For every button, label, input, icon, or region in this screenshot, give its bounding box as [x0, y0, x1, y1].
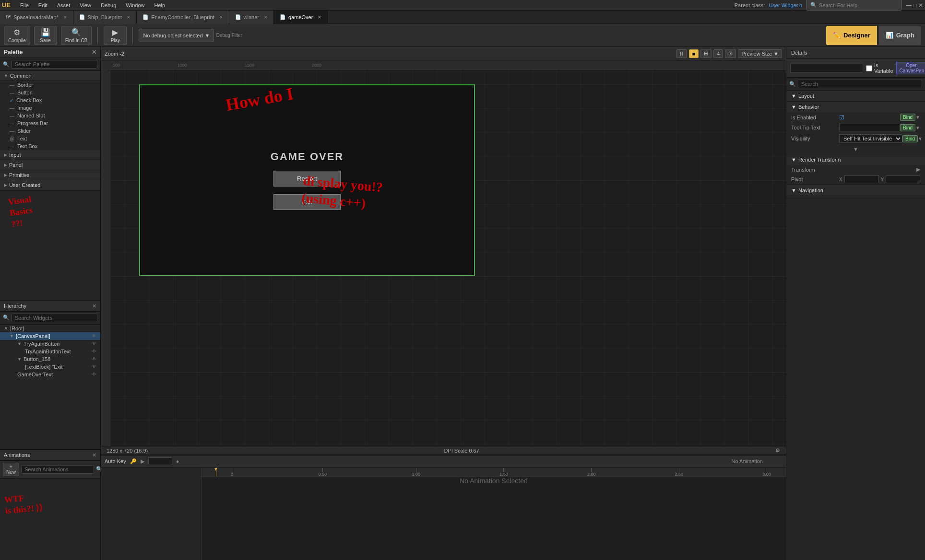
menu-file[interactable]: File	[18, 2, 31, 8]
animations-title: Animations	[4, 452, 30, 458]
hierarchy-root[interactable]: ▼ [Root]	[0, 325, 100, 332]
palette-item-checkbox[interactable]: ✓ Check Box	[0, 96, 100, 104]
palette-user-created-header[interactable]: ▶ User Created	[0, 180, 100, 190]
visibility-eye-icon[interactable]: 👁	[92, 349, 96, 354]
expand-icon[interactable]: ▼	[853, 146, 858, 152]
tab-gameover[interactable]: 📄 gameOver ✕	[274, 11, 328, 24]
designer-button[interactable]: ✏️ Designer	[826, 26, 877, 45]
visibility-eye-icon[interactable]: 👁	[92, 364, 96, 369]
debug-filter-dropdown[interactable]: No debug object selected ▼	[139, 29, 214, 42]
chevron-down-icon[interactable]: ▼	[915, 115, 920, 120]
tab-close[interactable]: ✕	[127, 15, 130, 20]
dash-icon: —	[10, 121, 14, 126]
tab-spaceinvaders[interactable]: 🗺 SpaceInvadraMap* ✕	[0, 11, 73, 24]
details-layout-header[interactable]: ▼ Layout	[786, 91, 925, 101]
details-render-transform-section: ▼ Render Transform Transform ▶ Pivot X 0…	[786, 154, 925, 185]
menu-edit[interactable]: Edit	[36, 2, 49, 8]
new-animation-button[interactable]: + New	[3, 463, 19, 476]
visibility-eye-icon[interactable]: 👁	[92, 341, 96, 346]
find-in-cb-button[interactable]: 🔍 Find in CB	[61, 26, 92, 45]
details-render-transform-header[interactable]: ▼ Render Transform	[786, 154, 925, 165]
canvas-viewport[interactable]: 500 1000 1500 2000 GAME OVER Restart Exi…	[101, 60, 786, 446]
menu-view[interactable]: View	[78, 2, 93, 8]
palette-primitive-header[interactable]: ▶ Primitive	[0, 170, 100, 180]
hierarchy-try-again-button[interactable]: ▼ TryAgainButton 👁	[0, 340, 100, 348]
hierarchy-text-block-exit[interactable]: [TextBlock] "Exit" 👁	[0, 363, 100, 371]
canvas-btn-b[interactable]: ■	[689, 49, 699, 58]
menu-asset[interactable]: Asset	[55, 2, 72, 8]
details-behavior-header[interactable]: ▼ Behavior	[786, 102, 925, 112]
palette-common-header[interactable]: ▼ Common	[0, 71, 100, 81]
exit-button[interactable]: Exit	[273, 194, 341, 210]
tab-close[interactable]: ✕	[318, 15, 321, 20]
visibility-eye-icon[interactable]: 👁	[92, 333, 96, 338]
canvas-btn-4[interactable]: 4	[713, 49, 723, 58]
tab-enemy-controller[interactable]: 📄 EnemyController_Blueprint ✕	[137, 11, 229, 24]
save-button[interactable]: 💾 Save	[34, 26, 57, 45]
chevron-down-icon[interactable]: ▼	[915, 125, 920, 130]
pivot-x-input[interactable]: 0.5	[844, 175, 879, 183]
hierarchy-close-icon[interactable]: ✕	[92, 303, 96, 309]
is-enabled-checkbox[interactable]: ☑	[839, 114, 844, 121]
collapse-icon: ▼	[791, 187, 796, 193]
palette-panel-header[interactable]: ▶ Panel	[0, 160, 100, 170]
settings-icon[interactable]: ⚙	[775, 447, 780, 454]
canvas-btn-grid[interactable]: ⊞	[700, 49, 712, 58]
hierarchy-button-158[interactable]: ▼ Button_158 👁	[0, 355, 100, 363]
details-search-input[interactable]	[798, 80, 922, 88]
timeline-time-input[interactable]: 0.05	[148, 457, 172, 465]
tab-ship-blueprint[interactable]: 📄 Ship_Blueprint ✕	[73, 11, 137, 24]
pivot-y-input[interactable]: 0.5	[886, 175, 920, 183]
canvas-btn-r[interactable]: R	[676, 49, 687, 58]
tool-tip-input[interactable]	[839, 124, 900, 131]
palette-item-button[interactable]: — Button	[0, 89, 100, 96]
graph-button[interactable]: 📊 Graph	[879, 26, 921, 45]
menu-window[interactable]: Window	[124, 2, 146, 8]
visibility-dropdown[interactable]: Self Hit Test Invisible	[839, 134, 902, 143]
restart-button[interactable]: Restart	[273, 171, 341, 187]
play-button[interactable]: ▶ Play	[104, 26, 127, 45]
menu-help[interactable]: Help	[152, 2, 167, 8]
open-canvas-button[interactable]: Open CanvasPan	[896, 62, 925, 74]
canvas-btn-expand[interactable]: ⊡	[725, 49, 736, 58]
layout-label: Layout	[798, 93, 814, 99]
palette-collapse-icon[interactable]: ✕	[92, 49, 96, 56]
tab-winner[interactable]: 📄 winner ✕	[229, 11, 274, 24]
palette-item-progress-bar[interactable]: — Progress Bar	[0, 119, 100, 127]
visibility-eye-icon[interactable]: 👁	[92, 372, 96, 377]
compile-button[interactable]: ⚙ Compile	[4, 26, 30, 45]
visibility-eye-icon[interactable]: 👁	[92, 356, 96, 362]
tab-close[interactable]: ✕	[264, 15, 268, 20]
chevron-down-icon[interactable]: ▼	[918, 136, 923, 141]
palette-item-text-box[interactable]: — Text Box	[0, 142, 100, 150]
hierarchy-game-over-text[interactable]: GameOverText 👁	[0, 371, 100, 378]
search-help-input[interactable]: 🔍 Search For Help	[806, 0, 902, 11]
palette-item-slider[interactable]: — Slider	[0, 127, 100, 135]
palette-input-header[interactable]: ▶ Input	[0, 150, 100, 160]
details-name-input[interactable]: CanvasPanel_0	[790, 64, 863, 72]
animations-search-input[interactable]	[21, 465, 94, 474]
hierarchy-canvas-panel[interactable]: ▼ [CanvasPanel] 👁	[0, 332, 100, 340]
tab-close[interactable]: ✕	[219, 15, 223, 20]
animations-close-icon[interactable]: ✕	[92, 452, 96, 458]
bind-visibility-button[interactable]: Bind	[902, 135, 918, 142]
expand-icon[interactable]: ▶	[916, 166, 920, 173]
bind-is-enabled-button[interactable]: Bind	[900, 114, 915, 121]
window-controls[interactable]: — □ ✕	[906, 2, 923, 9]
palette-item-named-slot[interactable]: — Named Slot	[0, 112, 100, 119]
hierarchy-try-again-text[interactable]: TryAgainButtonText 👁	[0, 348, 100, 355]
details-navigation-header[interactable]: ▼ Navigation	[786, 185, 925, 196]
palette-item-text[interactable]: @ Text	[0, 135, 100, 142]
preview-size-button[interactable]: Preview Size ▼	[738, 49, 782, 58]
bind-tooltip-button[interactable]: Bind	[900, 124, 915, 131]
timeline-area: Auto Key 🔑 ▶ 0.05 ● No Animation	[101, 455, 786, 560]
tab-close[interactable]: ✕	[63, 15, 67, 20]
timeline-playhead[interactable]	[216, 467, 216, 477]
palette-search-input[interactable]	[12, 60, 97, 69]
hierarchy-search-input[interactable]	[12, 314, 97, 322]
is-variable-checkbox[interactable]	[866, 65, 872, 71]
palette-item-image[interactable]: — Image	[0, 104, 100, 112]
menu-debug[interactable]: Debug	[99, 2, 118, 8]
palette-item-border[interactable]: — Border	[0, 81, 100, 89]
expand-icon: ▶	[4, 163, 7, 167]
